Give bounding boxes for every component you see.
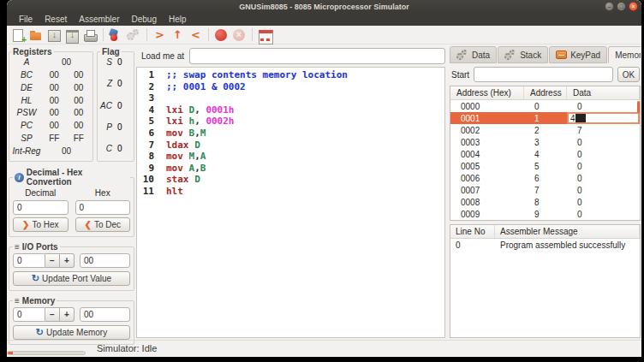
save-as-icon[interactable] xyxy=(63,27,81,43)
close-button[interactable]: × xyxy=(629,2,638,11)
flag-value[interactable]: 0 xyxy=(117,122,122,132)
port-value-input[interactable]: 00 xyxy=(80,253,130,268)
memory-plus-button[interactable]: + xyxy=(60,307,75,322)
step-up-icon[interactable]: ↑ xyxy=(169,27,187,43)
table-row[interactable]: 000440 xyxy=(450,148,640,160)
column-header[interactable]: Address (Hex) xyxy=(450,86,524,99)
column-header[interactable]: Address xyxy=(524,86,567,99)
hex-input[interactable]: 0 xyxy=(75,200,131,215)
column-header[interactable]: Data xyxy=(567,86,640,99)
to-hex-button[interactable]: ❯To Hex xyxy=(13,217,69,232)
run-icon[interactable] xyxy=(212,27,230,43)
table-row[interactable]: 000114 xyxy=(450,112,640,124)
gears-icon xyxy=(456,49,468,61)
cell-address: 6 xyxy=(524,174,567,183)
table-row[interactable]: 000990 xyxy=(450,208,640,220)
tab-keypad[interactable]: KeyPad xyxy=(549,46,607,63)
assemble-icon[interactable] xyxy=(107,27,125,43)
table-row[interactable]: 000227 xyxy=(450,124,640,136)
column-header[interactable]: Assembler Message xyxy=(495,225,640,238)
tab-stack[interactable]: Stack xyxy=(498,46,548,63)
update-memory-button[interactable]: ↻Update Memory xyxy=(13,325,130,340)
to-dec-button[interactable]: ❮To Dec xyxy=(75,217,131,232)
register-value[interactable]: FF xyxy=(42,134,67,143)
register-value[interactable]: 00 xyxy=(42,83,67,92)
table-row[interactable]: 000770 xyxy=(450,184,640,196)
table-row[interactable]: 000000 xyxy=(450,100,640,112)
start-address-input[interactable] xyxy=(474,67,613,82)
register-value[interactable]: 00 xyxy=(67,83,92,92)
register-value[interactable]: 00 xyxy=(42,96,67,105)
register-value[interactable]: FF xyxy=(67,134,92,143)
data-edit-input[interactable]: 4 xyxy=(567,112,640,124)
port-plus-button[interactable]: + xyxy=(60,253,75,268)
memory-address-input[interactable]: 0 xyxy=(13,307,45,322)
register-rows: A00BC0000DE0000HL0000PSW0000PC0000SPFFFF… xyxy=(11,57,91,156)
print-icon[interactable] xyxy=(81,27,99,43)
memory-value-input[interactable]: 00 xyxy=(80,307,130,322)
line-number: 8 xyxy=(137,151,158,163)
step-left-icon[interactable]: < xyxy=(187,27,205,43)
register-label: Int-Reg xyxy=(11,146,42,156)
toolbar-separator xyxy=(208,28,209,41)
table-row[interactable]: 000660 xyxy=(450,172,640,184)
flag-value[interactable]: 0 xyxy=(117,57,122,67)
keypad-window-icon[interactable] xyxy=(256,27,274,43)
menu-reset[interactable]: Reset xyxy=(39,15,72,24)
port-address-input[interactable]: 0 xyxy=(13,253,45,268)
menu-assembler[interactable]: Assembler xyxy=(74,15,124,24)
open-icon[interactable] xyxy=(27,27,45,43)
table-row[interactable]: 000550 xyxy=(450,160,640,172)
flag-value[interactable]: 0 xyxy=(117,101,122,110)
right-arrow-icon: ❯ xyxy=(22,220,29,229)
toolbar-separator xyxy=(146,28,147,41)
ok-button[interactable]: OK xyxy=(617,67,640,82)
tab-memory[interactable]: Memory xyxy=(608,46,641,63)
register-value[interactable]: 00 xyxy=(67,96,92,105)
code-line: 8mov M,A xyxy=(137,151,444,163)
load-me-at-input[interactable] xyxy=(189,48,445,64)
message-row[interactable]: 0Program assembled successfully xyxy=(450,239,640,251)
code-editor[interactable]: 1;; swap contents memory location2;; 000… xyxy=(136,67,445,338)
code-line: 3 xyxy=(137,92,444,104)
save-icon[interactable] xyxy=(45,27,63,43)
register-value[interactable]: 00 xyxy=(67,70,92,80)
register-value[interactable]: 00 xyxy=(42,121,67,130)
maximize-button[interactable]: □ xyxy=(617,2,626,11)
text-caret xyxy=(575,114,586,122)
register-row-hl: HL0000 xyxy=(11,96,91,105)
update-port-button[interactable]: ↻Update Port Value xyxy=(13,271,130,286)
cell-data: 0 xyxy=(567,174,640,183)
memory-table-scrollbar[interactable] xyxy=(637,101,640,113)
register-value[interactable]: 00 xyxy=(42,57,91,67)
flag-value[interactable]: 0 xyxy=(117,144,122,153)
memory-minus-button[interactable]: − xyxy=(45,307,60,322)
table-row[interactable]: 000330 xyxy=(450,136,640,148)
toolbar-separator xyxy=(103,28,104,41)
register-value[interactable]: 00 xyxy=(42,70,67,80)
column-header[interactable]: Line No xyxy=(450,225,495,238)
decimal-input[interactable]: 0 xyxy=(13,200,69,215)
minimize-button[interactable]: – xyxy=(605,2,614,11)
list-icon: ≡ xyxy=(15,242,20,252)
register-value[interactable]: 00 xyxy=(67,108,92,117)
register-value[interactable]: 00 xyxy=(42,108,67,117)
step-right-icon[interactable]: > xyxy=(151,27,169,43)
port-minus-button[interactable]: − xyxy=(45,253,60,268)
menu-debug[interactable]: Debug xyxy=(127,15,162,24)
code-line: 2;; 0001 & 0002 xyxy=(137,81,444,93)
new-file-icon[interactable] xyxy=(9,27,27,43)
flag-value[interactable]: 0 xyxy=(117,79,122,88)
menu-help[interactable]: Help xyxy=(164,15,192,24)
register-value[interactable]: 00 xyxy=(67,121,92,130)
flag-panel: Flag S0Z0AC0P0C0 xyxy=(97,47,134,162)
register-value[interactable]: 00 xyxy=(42,146,91,156)
title-bar[interactable]: GNUSim8085 - 8085 Microprocessor Simulat… xyxy=(7,0,641,13)
memory-panel-title: Memory xyxy=(22,296,55,306)
cell-address: 7 xyxy=(524,186,567,195)
flag-label: S xyxy=(100,57,112,67)
table-row[interactable]: 000880 xyxy=(450,196,640,208)
menu-file[interactable]: File xyxy=(14,15,38,24)
tab-data[interactable]: Data xyxy=(450,46,497,63)
io-ports-panel: ≡ I/O Ports 0 − + 00 ↻Update Port Value xyxy=(9,242,134,291)
